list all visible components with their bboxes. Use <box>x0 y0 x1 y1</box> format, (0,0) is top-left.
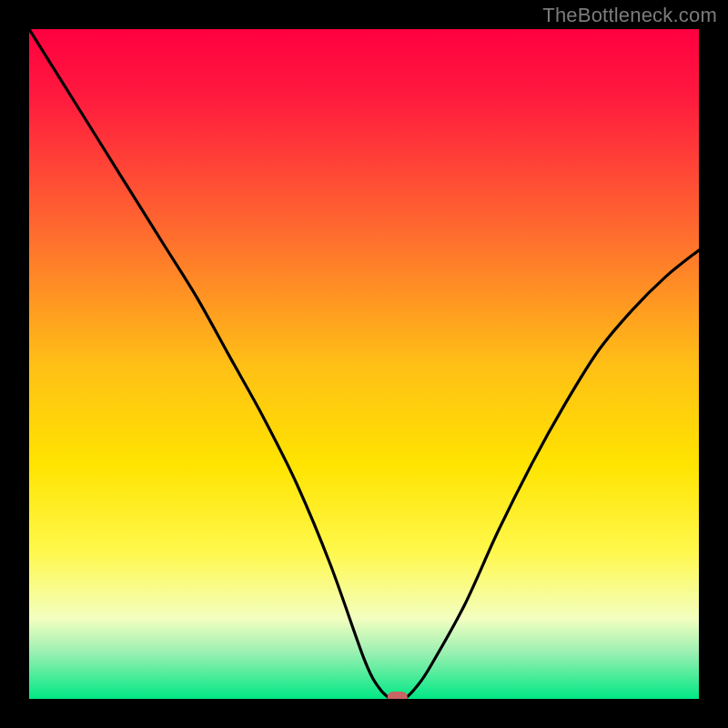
chart-svg <box>29 29 699 699</box>
attribution-label: TheBottleneck.com <box>542 4 717 27</box>
chart-container: TheBottleneck.com <box>0 0 728 728</box>
minimum-marker <box>388 692 408 699</box>
gradient-background <box>29 29 699 699</box>
